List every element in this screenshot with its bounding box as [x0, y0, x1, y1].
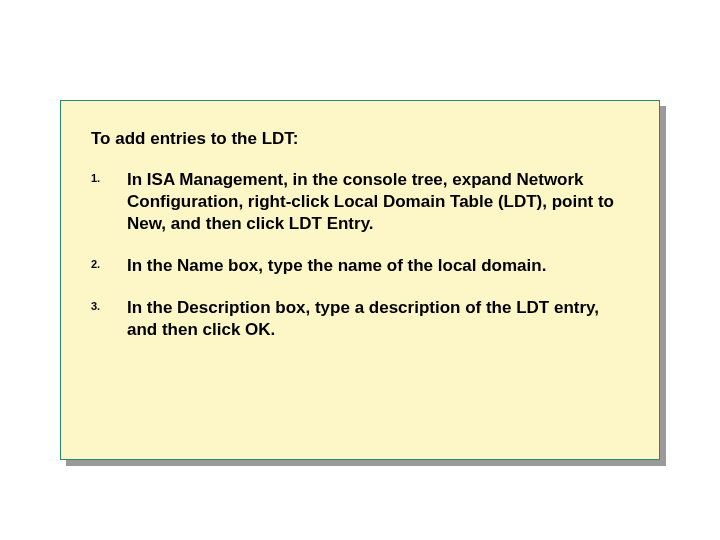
list-item: 2. In the Name box, type the name of the… — [91, 255, 629, 277]
step-text: In ISA Management, in the console tree, … — [127, 169, 629, 235]
slide-heading: To add entries to the LDT: — [91, 129, 629, 149]
step-number: 3. — [91, 297, 127, 341]
content-box: To add entries to the LDT: 1. In ISA Man… — [60, 100, 660, 460]
step-number: 1. — [91, 169, 127, 235]
step-number: 2. — [91, 255, 127, 277]
list-item: 3. In the Description box, type a descri… — [91, 297, 629, 341]
list-item: 1. In ISA Management, in the console tre… — [91, 169, 629, 235]
step-text: In the Name box, type the name of the lo… — [127, 255, 629, 277]
step-text: In the Description box, type a descripti… — [127, 297, 629, 341]
slide-container: To add entries to the LDT: 1. In ISA Man… — [60, 100, 660, 460]
